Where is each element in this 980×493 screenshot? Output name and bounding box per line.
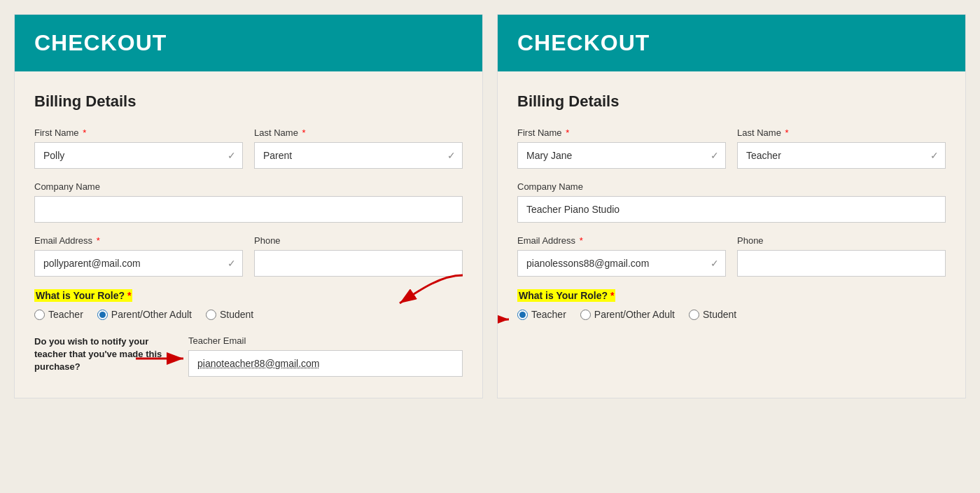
left-notify-text: Do you wish to notify your teacher that … bbox=[34, 335, 174, 374]
right-billing-title: Billing Details bbox=[517, 92, 946, 111]
left-radio-student-label: Student bbox=[220, 309, 253, 320]
right-company-row: Company Name bbox=[517, 181, 946, 223]
left-last-name-check-icon: ✓ bbox=[447, 150, 456, 161]
right-checkout-body: Billing Details First Name * ✓ Last Name bbox=[498, 71, 965, 356]
left-name-row: First Name * ✓ Last Name * ✓ bbox=[34, 127, 463, 169]
left-radio-parent-input[interactable] bbox=[97, 310, 108, 320]
left-first-name-check-icon: ✓ bbox=[227, 150, 236, 161]
left-notify-section: Do you wish to notify your teacher that … bbox=[34, 335, 463, 377]
right-radio-student-label: Student bbox=[703, 309, 736, 320]
right-radio-group: Teacher Parent/Other Adult Student bbox=[517, 309, 946, 324]
right-radio-teacher-input[interactable] bbox=[517, 310, 528, 320]
right-role-arrow bbox=[497, 309, 517, 333]
left-first-name-group: First Name * ✓ bbox=[34, 127, 243, 169]
right-first-name-input[interactable] bbox=[517, 142, 726, 169]
right-radio-teacher[interactable]: Teacher bbox=[517, 309, 566, 320]
right-radio-parent[interactable]: Parent/Other Adult bbox=[580, 309, 675, 320]
left-last-name-label: Last Name * bbox=[254, 127, 463, 138]
left-last-name-input-wrapper: ✓ bbox=[254, 142, 463, 169]
left-email-check-icon: ✓ bbox=[227, 258, 236, 269]
right-company-label: Company Name bbox=[517, 181, 946, 192]
right-role-section: What is Your Role? * Teache bbox=[517, 289, 946, 324]
right-last-name-group: Last Name * ✓ bbox=[737, 127, 946, 169]
left-radio-student-input[interactable] bbox=[206, 310, 216, 320]
left-email-group: Email Address * ✓ bbox=[34, 235, 243, 277]
right-radio-student[interactable]: Student bbox=[689, 309, 736, 320]
left-checkout-body: Billing Details First Name * ✓ Last Name bbox=[15, 71, 482, 398]
right-last-name-input[interactable] bbox=[737, 142, 946, 169]
right-first-name-input-wrapper: ✓ bbox=[517, 142, 726, 169]
left-phone-label: Phone bbox=[254, 235, 463, 246]
right-last-name-check-icon: ✓ bbox=[930, 150, 939, 161]
left-radio-teacher-label: Teacher bbox=[48, 309, 83, 320]
left-billing-title: Billing Details bbox=[34, 92, 463, 111]
right-phone-label: Phone bbox=[737, 235, 946, 246]
left-company-row: Company Name bbox=[34, 181, 463, 223]
right-role-label: What is Your Role? * bbox=[517, 289, 615, 302]
left-phone-input[interactable] bbox=[254, 250, 463, 277]
right-company-group: Company Name bbox=[517, 181, 946, 223]
left-last-name-input[interactable] bbox=[254, 142, 463, 169]
right-last-name-input-wrapper: ✓ bbox=[737, 142, 946, 169]
left-radio-group: Teacher Parent/Other Adult Student bbox=[34, 309, 463, 324]
left-role-label: What is Your Role? * bbox=[34, 289, 132, 302]
right-last-name-required: * bbox=[785, 127, 789, 138]
left-checkout-title: CHECKOUT bbox=[34, 30, 463, 56]
right-email-input[interactable] bbox=[517, 250, 726, 277]
left-first-name-input[interactable] bbox=[34, 142, 243, 169]
right-radio-teacher-label: Teacher bbox=[531, 309, 566, 320]
left-first-name-input-wrapper: ✓ bbox=[34, 142, 243, 169]
left-teacher-email-input[interactable] bbox=[188, 350, 463, 377]
left-company-label: Company Name bbox=[34, 181, 463, 192]
right-checkout-header: CHECKOUT bbox=[498, 15, 965, 71]
right-email-check-icon: ✓ bbox=[710, 258, 719, 269]
left-last-name-group: Last Name * ✓ bbox=[254, 127, 463, 169]
left-email-label: Email Address * bbox=[34, 235, 243, 246]
left-role-section: What is Your Role? * Teacher Parent/Othe… bbox=[34, 289, 463, 324]
right-phone-group: Phone bbox=[737, 235, 946, 277]
right-company-input[interactable] bbox=[517, 196, 946, 223]
right-first-name-check-icon: ✓ bbox=[710, 150, 719, 161]
left-radio-student[interactable]: Student bbox=[206, 309, 253, 320]
left-last-name-required: * bbox=[302, 127, 306, 138]
left-checkout-panel: CHECKOUT Billing Details First Name * ✓ bbox=[14, 14, 483, 398]
left-first-name-required: * bbox=[83, 127, 86, 138]
left-first-name-label: First Name * bbox=[34, 127, 243, 138]
right-name-row: First Name * ✓ Last Name * ✓ bbox=[517, 127, 946, 169]
left-notify-row: Do you wish to notify your teacher that … bbox=[34, 335, 463, 377]
left-email-input-wrapper: ✓ bbox=[34, 250, 243, 277]
right-email-input-wrapper: ✓ bbox=[517, 250, 726, 277]
right-checkout-title: CHECKOUT bbox=[517, 30, 946, 56]
left-radio-parent[interactable]: Parent/Other Adult bbox=[97, 309, 192, 320]
right-first-name-required: * bbox=[566, 127, 569, 138]
left-radio-teacher[interactable]: Teacher bbox=[34, 309, 83, 320]
left-phone-group: Phone bbox=[254, 235, 463, 277]
right-first-name-group: First Name * ✓ bbox=[517, 127, 726, 169]
right-email-phone-row: Email Address * ✓ Phone bbox=[517, 235, 946, 277]
left-email-phone-row: Email Address * ✓ Phone bbox=[34, 235, 463, 277]
right-email-label: Email Address * bbox=[517, 235, 726, 246]
right-email-group: Email Address * ✓ bbox=[517, 235, 726, 277]
left-radio-teacher-input[interactable] bbox=[34, 310, 45, 320]
page-wrapper: CHECKOUT Billing Details First Name * ✓ bbox=[14, 14, 966, 398]
right-checkout-panel: CHECKOUT Billing Details First Name * ✓ bbox=[497, 14, 966, 398]
left-checkout-header: CHECKOUT bbox=[15, 15, 482, 71]
left-email-input[interactable] bbox=[34, 250, 243, 277]
right-radio-student-input[interactable] bbox=[689, 310, 699, 320]
right-radio-parent-label: Parent/Other Adult bbox=[594, 309, 675, 320]
left-teacher-email-group: Teacher Email bbox=[188, 335, 463, 377]
right-first-name-label: First Name * bbox=[517, 127, 726, 138]
left-company-group: Company Name bbox=[34, 181, 463, 223]
right-phone-input[interactable] bbox=[737, 250, 946, 277]
left-email-required: * bbox=[97, 235, 100, 246]
right-radio-parent-input[interactable] bbox=[580, 310, 591, 320]
left-company-input[interactable] bbox=[34, 196, 463, 223]
right-last-name-label: Last Name * bbox=[737, 127, 946, 138]
left-teacher-email-label: Teacher Email bbox=[188, 335, 463, 346]
right-email-required: * bbox=[580, 235, 583, 246]
left-radio-parent-label: Parent/Other Adult bbox=[111, 309, 192, 320]
